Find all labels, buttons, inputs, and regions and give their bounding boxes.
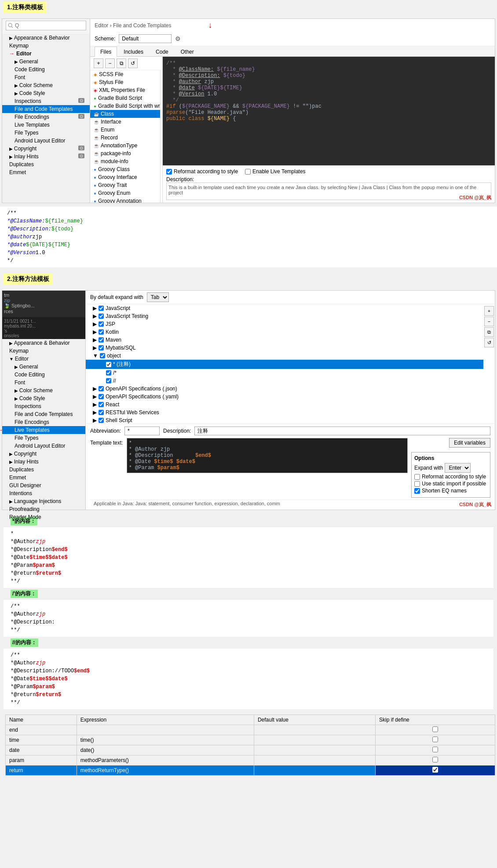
file-item-groovy-class[interactable]: ● Groovy Class — [90, 165, 160, 173]
table-row[interactable]: time time() — [6, 735, 495, 745]
tab-includes[interactable]: Includes — [118, 47, 149, 57]
lt-jsp-check[interactable] — [99, 321, 104, 327]
s2-nav-lang-inject[interactable]: Language Injections — [2, 497, 85, 505]
abbrev-input[interactable] — [124, 427, 160, 435]
lt-dslash-check[interactable] — [106, 378, 111, 383]
table-row[interactable]: end — [6, 725, 495, 735]
row-skip-end[interactable] — [376, 725, 495, 735]
file-item-stylus[interactable]: ◈ Stylus File — [90, 78, 160, 86]
s2-nav-file-types2[interactable]: File Types — [2, 434, 85, 442]
lt-object[interactable]: ▼ object — [86, 352, 483, 360]
nav-file-encodings[interactable]: File Encodings ⊙ — [2, 113, 90, 121]
file-item-interface[interactable]: ☕ Interface — [90, 118, 160, 126]
scheme-select[interactable]: Default — [119, 34, 172, 43]
lt-shell-check[interactable] — [99, 418, 104, 423]
lt-openapi-yaml-check[interactable] — [99, 394, 104, 399]
nav-copyright[interactable]: Copyright ⊙ — [2, 145, 90, 153]
s2-nav-keymap[interactable]: Keymap — [2, 347, 85, 355]
tab-other[interactable]: Other — [175, 47, 200, 57]
table-row[interactable]: param methodParameters() — [6, 755, 495, 766]
lt-remove-btn[interactable]: − — [484, 317, 494, 326]
file-item-module-info[interactable]: ☕ module-info — [90, 157, 160, 165]
file-item-groovy-iface[interactable]: ● Groovy Interface — [90, 173, 160, 181]
file-item-annotation-type[interactable]: ☕ AnnotationType — [90, 142, 160, 150]
nav-duplicates[interactable]: Duplicates — [2, 160, 90, 168]
lt-kotlin-check[interactable] — [99, 329, 104, 335]
lt-openapi-json[interactable]: ▶ OpenAPI Specifications (.json) — [86, 385, 483, 393]
tab-code[interactable]: Code — [150, 47, 174, 57]
nav-code-editing[interactable]: Code Editing — [2, 66, 90, 73]
s2-nav-emmet2[interactable]: Emmet — [2, 474, 85, 481]
expand-with-select2[interactable]: Enter — [445, 463, 471, 473]
lt-javascript[interactable]: ▶ JavaScript — [86, 304, 483, 312]
gear-icon[interactable]: ⚙ — [175, 35, 181, 42]
s2-nav-code-editing[interactable]: Code Editing — [2, 371, 85, 379]
s2-nav-inlay2[interactable]: Inlay Hints — [2, 458, 85, 466]
file-item-class[interactable]: ☕ Class ← — [90, 110, 160, 118]
file-item-groovy-enum[interactable]: ● Groovy Enum — [90, 189, 160, 197]
lt-reset-btn[interactable]: ↺ — [484, 338, 494, 347]
s2-nav-gui[interactable]: GUI Designer — [2, 481, 85, 489]
s2-nav-android2[interactable]: Android Layout Editor — [2, 442, 85, 450]
s2-nav-file-encodings2[interactable]: File Encodings — [2, 418, 85, 426]
static-import-checkbox[interactable] — [414, 481, 420, 487]
remove-button[interactable]: − — [105, 58, 115, 68]
nav-inspections[interactable]: Inspections ⊙ — [2, 97, 90, 105]
file-item-gradle-wrap[interactable]: ● Gradle Build Script with wrappe — [90, 102, 160, 110]
lt-react-check[interactable] — [99, 402, 104, 407]
nav-file-types[interactable]: File Types — [2, 129, 90, 137]
s2-nav-code-style[interactable]: Code Style — [2, 394, 85, 402]
nav-general[interactable]: General — [2, 58, 90, 66]
s2-nav-intentions[interactable]: Intentions — [2, 489, 85, 497]
desc-input[interactable] — [194, 427, 490, 435]
s2-nav-live-templates[interactable]: →Live Templates — [2, 426, 85, 434]
row-skip-date[interactable] — [376, 745, 495, 755]
nav-font[interactable]: Font — [2, 73, 90, 81]
reformat-checkbox[interactable] — [166, 169, 172, 175]
s2-nav-editor[interactable]: Editor — [2, 355, 85, 363]
live-templates-checkbox[interactable] — [245, 169, 251, 175]
lt-slash-check[interactable] — [106, 370, 111, 376]
s2-nav-copyright2[interactable]: Copyright — [2, 450, 85, 458]
file-item-xml[interactable]: ◈ XML Properties File — [90, 86, 160, 94]
lt-react[interactable]: ▶ React — [86, 401, 483, 408]
s2-nav-file-code-templates2[interactable]: File and Code Templates — [2, 410, 85, 418]
lt-add-btn[interactable]: + — [484, 306, 494, 316]
lt-mybatis-check[interactable] — [99, 345, 104, 350]
lt-star-check[interactable] — [106, 362, 111, 367]
file-item-groovy-trait[interactable]: ● Groovy Trait — [90, 181, 160, 189]
reset-button[interactable]: ↺ — [128, 58, 138, 68]
lt-kotlin[interactable]: ▶ Kotlin — [86, 328, 483, 336]
lt-copy-btn[interactable]: ⧉ — [484, 327, 494, 337]
lt-openapi-yaml[interactable]: ▶ OpenAPI Specifications (.yaml) — [86, 393, 483, 401]
nav-file-code-templates[interactable]: File and Code Templates — [2, 105, 90, 113]
file-item-scss[interactable]: ◈ SCSS File — [90, 70, 160, 78]
s2-nav-reader-mode[interactable]: Reader Mode — [2, 513, 85, 521]
file-item-groovy-annotation[interactable]: ● Groovy Annotation — [90, 197, 160, 203]
lt-double-slash[interactable]: // — [86, 377, 483, 385]
lt-javascript-testing[interactable]: ▶ JavaScript Testing — [86, 312, 483, 320]
s2-nav-appearance[interactable]: Appearance & Behavior — [2, 339, 85, 347]
s2-nav-duplicates2[interactable]: Duplicates — [2, 466, 85, 474]
row-skip-param[interactable] — [376, 755, 495, 766]
s2-nav-inspections[interactable]: Inspections — [2, 402, 85, 410]
nav-editor[interactable]: →Editor — [2, 50, 90, 58]
lt-star-comment[interactable]: * (注释) ← — [86, 360, 483, 369]
lt-restful[interactable]: ▶ RESTful Web Services — [86, 408, 483, 416]
lt-maven[interactable]: ▶ Maven — [86, 336, 483, 344]
file-item-gradle[interactable]: ● Gradle Build Script — [90, 94, 160, 102]
expand-with-select[interactable]: Tab — [147, 292, 169, 302]
lt-js-testing-check[interactable] — [99, 314, 104, 319]
row-skip-time[interactable] — [376, 735, 495, 745]
nav-android-layout-editor[interactable]: Android Layout Editor — [2, 137, 90, 145]
lt-shell[interactable]: ▶ Shell Script — [86, 416, 483, 423]
nav-emmet[interactable]: Emmet — [2, 168, 90, 176]
file-item-enum[interactable]: ☕ Enum — [90, 126, 160, 134]
s2-nav-font[interactable]: Font — [2, 379, 85, 387]
edit-variables-button[interactable]: Edit variables — [449, 438, 490, 448]
table-row-active[interactable]: return methodReturnType() — [6, 766, 495, 776]
table-row[interactable]: date date() — [6, 745, 495, 755]
reformat-opt-checkbox[interactable] — [414, 474, 420, 480]
lt-restful-check[interactable] — [99, 410, 104, 415]
nav-inlay-hints[interactable]: Inlay Hints ⊙ — [2, 153, 90, 160]
